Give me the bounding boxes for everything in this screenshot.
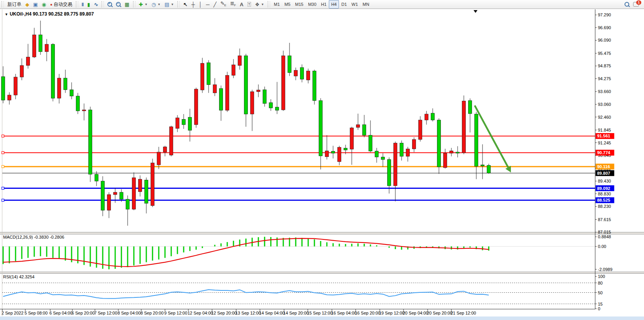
text-button[interactable]: A — [238, 0, 245, 9]
rsi-tick: 0 — [598, 306, 600, 311]
time-tick: 8 Sep 04:00 — [118, 311, 140, 315]
candle-body — [70, 90, 74, 96]
diamond-icon: ◆ — [25, 2, 29, 7]
crosshair-button[interactable]: ┼ — [190, 0, 197, 9]
candle-body — [319, 100, 323, 156]
candle-body — [475, 114, 478, 166]
arrows-button[interactable]: ❖▼ — [253, 0, 266, 9]
candle-body — [307, 71, 310, 80]
symbol-dropdown-icon[interactable]: ▼ — [5, 12, 8, 16]
zoom-in-button[interactable]: + — [105, 0, 114, 9]
periods-button[interactable]: ◷▼ — [149, 0, 162, 9]
time-tick: 6 Sep 20:00 — [72, 311, 95, 315]
timeframe-H4[interactable]: H4 — [329, 0, 339, 9]
candle-body — [207, 63, 211, 84]
time-tick: 2 Sep 2022 — [2, 311, 23, 315]
trendline-button[interactable]: ╱ — [211, 0, 218, 9]
equidistant-channel-button[interactable]: ✎E — [218, 0, 228, 9]
timeframe-H1[interactable]: H1 — [319, 0, 329, 9]
timeframe-W1[interactable]: W1 — [349, 0, 360, 9]
indicators-button[interactable]: ✚▼ — [137, 0, 150, 9]
templates-button[interactable]: ▤▼ — [163, 0, 176, 9]
candle-body — [58, 78, 61, 98]
macd-tick: -2.0989 — [598, 267, 612, 272]
rsi-tick: 100 — [598, 274, 605, 279]
price-tick: 87.015 — [598, 230, 611, 234]
resistance-line-1-handle[interactable] — [2, 135, 4, 137]
candle-body — [64, 78, 67, 90]
candle-body — [33, 35, 36, 57]
time-tick: 6 Sep 04:00 — [49, 311, 72, 315]
vertical-line-button[interactable]: │ — [197, 0, 204, 9]
text-label-icon: T — [247, 2, 251, 7]
autotrade-button[interactable]: ●自动交易 — [48, 0, 74, 9]
timeframe-M5[interactable]: M5 — [282, 0, 293, 9]
price-tick: 88.230 — [598, 204, 611, 209]
candle-body — [132, 178, 136, 209]
candle-body — [244, 56, 248, 114]
candle-body — [400, 143, 404, 156]
timeframe-D1[interactable]: D1 — [339, 0, 349, 9]
gold-diamond-button[interactable]: ◆ — [23, 0, 31, 9]
chart-title: ▼UKOil-,H4 90.173 90.252 89.775 89.807 — [5, 11, 94, 17]
cursor-button[interactable]: ↖ — [181, 0, 190, 9]
chevron-down-icon: ▼ — [261, 3, 264, 6]
search-button[interactable] — [623, 0, 631, 9]
search-icon — [625, 2, 629, 7]
autotrade-button-label: 自动交易 — [54, 1, 72, 8]
zoom-out-button[interactable]: − — [114, 0, 123, 9]
candle-body — [363, 125, 366, 135]
support-line-2-handle[interactable] — [2, 199, 4, 201]
line-chart-icon: ∿ — [94, 2, 98, 7]
horizontal-line-button[interactable]: ─ — [204, 0, 211, 9]
template-icon: ▤ — [165, 2, 169, 7]
new-order-button[interactable]: 新订单 — [5, 0, 23, 9]
notifications-button[interactable]: 1 — [631, 0, 641, 9]
pivot-line-handle[interactable] — [2, 165, 4, 168]
autotrade-icon: ● — [50, 2, 53, 7]
price-chart-canvas[interactable]: 97.29096.69096.09095.47594.87594.27593.6… — [0, 0, 644, 320]
candle-body — [2, 77, 5, 100]
timeframe-M30[interactable]: M30 — [306, 0, 319, 9]
panel-separator[interactable] — [0, 232, 644, 234]
chevron-down-icon: ▼ — [145, 3, 148, 6]
timeframe-MN[interactable]: MN — [360, 0, 372, 9]
text-label-button[interactable]: T — [246, 0, 253, 9]
panel-separator[interactable] — [0, 272, 644, 274]
line-chart-button[interactable]: ∿ — [92, 0, 100, 9]
candle-body — [232, 65, 235, 75]
candle-body — [163, 147, 167, 152]
fibonacci-button[interactable]: ≣F — [228, 0, 238, 9]
bar-chart-button[interactable]: ||| — [80, 0, 86, 9]
time-tick: 7 Sep 12:00 — [94, 311, 117, 315]
price-tick: 91.845 — [598, 128, 611, 132]
add-indicator-icon: ✚ — [139, 2, 143, 7]
signal-waves-icon: ◉ — [42, 2, 46, 7]
candle-body — [170, 127, 173, 155]
chevron-down-icon: ▼ — [171, 3, 174, 6]
signals-button[interactable]: ◉ — [40, 0, 48, 9]
support-line-1-price-label: 89.092 — [597, 186, 611, 191]
time-tick: 12 Sep 04:00 — [188, 311, 213, 315]
candle-body — [188, 117, 192, 130]
candle-body — [437, 120, 441, 167]
timeframe-M1[interactable]: M1 — [272, 0, 282, 9]
time-tick: 14 Sep 04:00 — [259, 311, 284, 315]
candle-body — [182, 120, 186, 125]
candle-body — [114, 192, 117, 195]
candle-body — [332, 151, 335, 153]
time-tick: 8 Sep 20:00 — [140, 311, 163, 315]
candle-body — [369, 135, 372, 151]
time-tick: 13 Sep 12:00 — [235, 311, 261, 315]
support-line-1-handle[interactable] — [2, 187, 4, 190]
candle-body — [456, 152, 460, 153]
resistance-line-2-handle[interactable] — [2, 151, 4, 154]
tile-windows-button[interactable]: ▦ — [123, 0, 131, 9]
time-tick: 20 Sep 20:00 — [427, 311, 452, 315]
candlestick-chart-button[interactable]: ▮ — [85, 0, 92, 9]
timeframe-M15[interactable]: M15 — [293, 0, 305, 9]
candle-body — [356, 125, 360, 127]
candle-body — [101, 181, 105, 210]
candle-body — [344, 148, 347, 150]
chart-window-button[interactable]: ▣ — [31, 0, 40, 9]
